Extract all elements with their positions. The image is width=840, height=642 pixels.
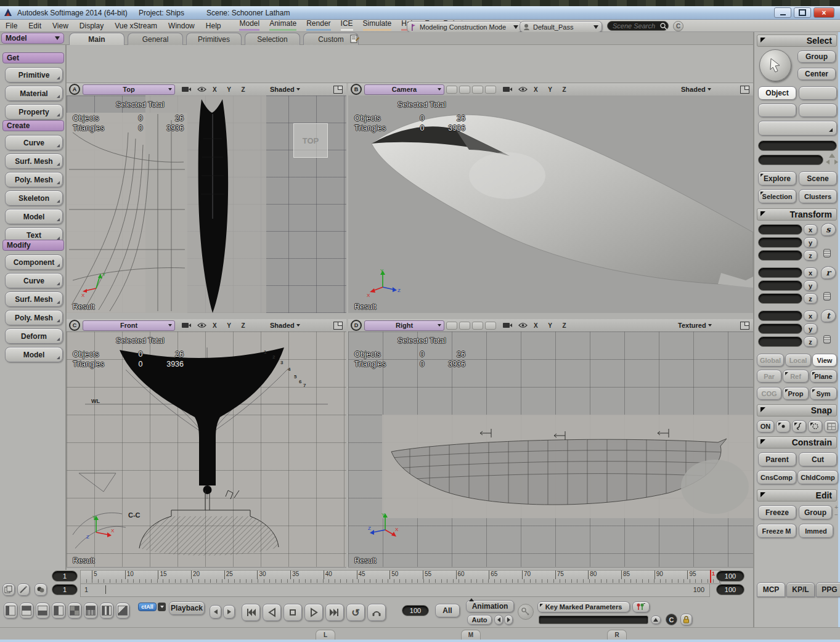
layout-preset-split-bottom-button[interactable] <box>84 603 97 619</box>
viewport-xyz-toggle[interactable]: X Y Z <box>534 322 571 329</box>
selection-button[interactable]: Selection <box>758 189 796 203</box>
stop-button[interactable] <box>283 604 302 621</box>
tab-ppg[interactable]: PPG <box>816 582 840 597</box>
viewport-memo-button[interactable] <box>459 86 470 94</box>
translate-x-button[interactable]: x <box>804 311 817 321</box>
auto-key-button[interactable]: Auto <box>467 615 492 625</box>
viewport-memo-button[interactable] <box>485 322 496 330</box>
frame-rate-field[interactable]: 100 <box>402 605 429 616</box>
viewport-b-canvas[interactable]: Selected Total Objects026 Triangles03936… <box>348 95 753 313</box>
audio-button[interactable] <box>367 604 386 621</box>
group-plus-minus[interactable]: +− <box>833 504 839 520</box>
cog-button[interactable]: COG <box>757 387 781 400</box>
character-key-button[interactable]: C <box>666 614 677 625</box>
sidebar-button[interactable]: Poly. Mesh <box>5 310 63 325</box>
parent-button[interactable]: Parent <box>758 452 796 466</box>
go-end-button[interactable] <box>325 604 344 621</box>
animation-menu-button[interactable]: Animation <box>466 600 514 612</box>
cnscomp-button[interactable]: CnsComp <box>757 470 796 484</box>
rotate-y-field[interactable] <box>758 280 802 291</box>
viewport-eye-icon[interactable] <box>197 322 206 328</box>
viewport-xyz-toggle[interactable]: X Y Z <box>534 86 571 93</box>
scale-x-button[interactable]: x <box>804 224 817 235</box>
viewport-memo-button[interactable] <box>472 86 483 94</box>
module-menu-item[interactable]: Render <box>302 19 335 33</box>
range-start-field[interactable]: 1 <box>52 584 78 595</box>
toolbar-selector[interactable]: Model <box>1 33 64 44</box>
playback-menu-button[interactable]: Playback <box>169 601 205 615</box>
viewport-d-canvas[interactable]: Selected Total Objects026 Triangles03936… <box>348 331 753 567</box>
viewport-eye-icon[interactable] <box>518 322 528 328</box>
par-mode-button[interactable]: Par <box>757 370 781 383</box>
viewport-a-canvas[interactable]: Selected Total Objects026 Triangles03936… <box>67 95 346 313</box>
close-button[interactable]: × <box>813 7 834 18</box>
sidebar-button[interactable]: Primitive <box>5 67 63 83</box>
viewport-c-canvas[interactable]: 123 4567 Selected Total Objects026 Trian… <box>67 331 346 567</box>
viewport-camera-icon[interactable] <box>502 86 513 93</box>
sidebar-button[interactable]: Poly. Mesh <box>5 172 63 187</box>
menu-item[interactable]: View <box>47 22 74 30</box>
edit-section-header[interactable]: Edit <box>757 489 837 502</box>
search-clear-button[interactable]: C <box>673 21 683 31</box>
layout-preset-columns-button[interactable] <box>100 603 113 619</box>
snap-boundary-icon[interactable] <box>808 420 822 433</box>
shelf-tab[interactable]: Primitives <box>186 33 242 45</box>
layout-preset-4-button[interactable] <box>52 603 65 619</box>
tab-kpl[interactable]: KP/L <box>786 582 815 597</box>
sidebar-button[interactable]: Material <box>5 86 63 101</box>
rotate-y-button[interactable]: y <box>804 280 817 291</box>
module-menu-item[interactable]: ICE <box>336 19 357 33</box>
selection-display-field[interactable] <box>758 155 823 165</box>
marked-keys-button[interactable] <box>632 601 650 612</box>
rotate-z-button[interactable]: z <box>804 293 817 304</box>
scale-z-field[interactable] <box>758 250 802 261</box>
play-button[interactable] <box>304 604 323 621</box>
module-menu-item[interactable]: Simulate <box>359 19 396 33</box>
sidebar-button[interactable]: Curve <box>5 273 63 288</box>
viewport-a-shading-dropdown[interactable]: Shaded <box>270 86 300 93</box>
selection-spinner[interactable] <box>826 153 838 166</box>
layout-preset-1-button[interactable] <box>4 603 17 619</box>
cut-button[interactable]: Cut <box>799 452 837 466</box>
clusters-button[interactable]: Clusters <box>799 189 837 203</box>
palette-icon[interactable] <box>35 583 47 596</box>
viewport-memo-button[interactable] <box>485 86 496 94</box>
scene-button[interactable]: Scene <box>799 171 837 185</box>
layout-preset-2-button[interactable] <box>20 603 33 619</box>
sidebar-header-create[interactable]: Create <box>2 120 64 131</box>
freeze-m-button[interactable]: Freeze M <box>757 524 796 538</box>
explore-button[interactable]: Explore <box>758 171 796 185</box>
viewport-d-shading-dropdown[interactable]: Textured <box>678 322 712 329</box>
lock-button[interactable] <box>680 614 692 625</box>
scene-search-input[interactable] <box>608 22 659 30</box>
sidebar-button[interactable]: Surf. Mesh <box>5 291 63 307</box>
scale-y-button[interactable]: y <box>804 237 817 248</box>
constrain-section-header[interactable]: Constrain <box>757 436 837 449</box>
translate-z-field[interactable] <box>758 336 802 347</box>
center-button[interactable]: Center <box>797 68 836 80</box>
prop-button[interactable]: Prop <box>783 387 809 400</box>
snap-grid-icon[interactable] <box>824 420 838 433</box>
module-menu-item[interactable]: Animate <box>265 19 301 33</box>
rotate-x-field[interactable] <box>758 267 802 278</box>
viewport-c-view-dropdown[interactable]: Front <box>83 320 175 331</box>
timeline-start-field[interactable]: 1 <box>52 571 78 582</box>
rotate-z-field[interactable] <box>758 293 802 304</box>
next-key-button[interactable] <box>504 615 513 625</box>
module-menu-item[interactable]: Model <box>235 19 264 33</box>
translate-y-field[interactable] <box>758 323 802 334</box>
freeze-button[interactable]: Freeze <box>758 505 796 519</box>
plane-mode-button[interactable]: Plane <box>810 370 837 383</box>
key-button[interactable] <box>518 604 534 620</box>
view-mode-button[interactable]: View <box>812 354 837 367</box>
viewport-d-view-dropdown[interactable]: Right <box>364 320 444 331</box>
select-section-header[interactable]: Select <box>757 35 837 47</box>
play-backward-button[interactable] <box>263 604 281 621</box>
viewport-a-letter[interactable]: A <box>69 84 80 95</box>
ref-mode-button[interactable]: Ref <box>783 370 809 383</box>
snap-point-icon[interactable] <box>776 420 790 433</box>
viewport-a-view-dropdown[interactable]: Top <box>83 84 175 95</box>
rotate-lock-icon[interactable] <box>823 292 831 301</box>
object-filter-button[interactable]: Object <box>758 86 796 100</box>
timeline-ruler[interactable]: 5101520253035404550556065707580859095 <box>80 570 721 584</box>
